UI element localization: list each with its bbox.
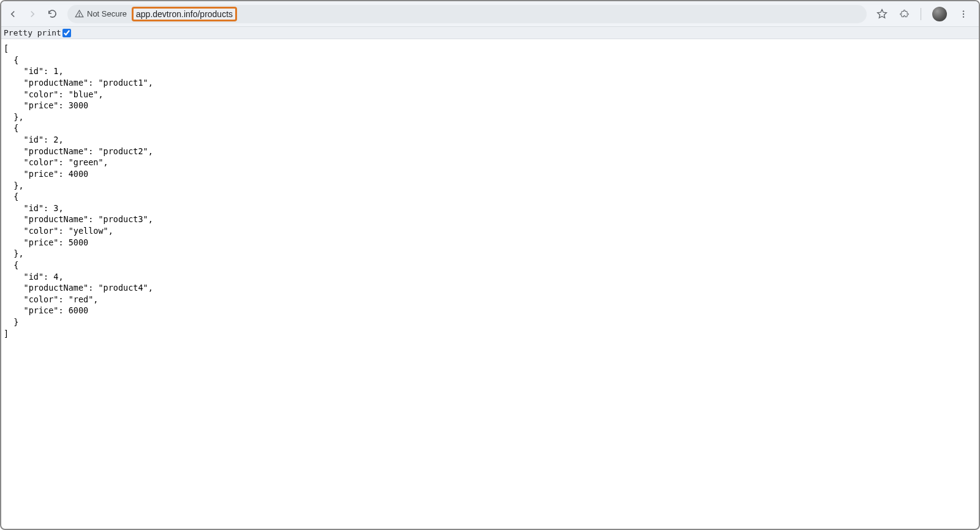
extensions-icon[interactable]	[899, 9, 910, 20]
json-response-body: [ { "id": 1, "productName": "product1", …	[1, 39, 979, 343]
profile-avatar[interactable]	[932, 7, 947, 21]
svg-point-2	[963, 10, 964, 12]
security-badge[interactable]: Not Secure	[75, 9, 127, 18]
menu-button[interactable]	[958, 9, 969, 20]
url-text[interactable]: app.devtron.info/products	[132, 7, 237, 21]
nav-button-group	[7, 9, 58, 20]
address-bar[interactable]: Not Secure app.devtron.info/products	[67, 5, 867, 23]
reload-button[interactable]	[47, 9, 58, 20]
browser-toolbar: Not Secure app.devtron.info/products	[1, 1, 979, 27]
pretty-print-bar: Pretty print	[1, 27, 979, 39]
warning-icon	[75, 9, 84, 18]
forward-button[interactable]	[27, 9, 38, 20]
toolbar-right-group	[876, 7, 969, 21]
svg-point-3	[963, 13, 964, 14]
bookmark-star-icon[interactable]	[876, 9, 888, 20]
pretty-print-label: Pretty print	[4, 28, 61, 37]
security-label: Not Secure	[87, 9, 127, 18]
svg-point-1	[79, 15, 80, 16]
toolbar-divider	[921, 8, 921, 20]
pretty-print-checkbox[interactable]	[62, 29, 71, 37]
back-button[interactable]	[7, 9, 18, 20]
svg-point-4	[963, 16, 964, 17]
